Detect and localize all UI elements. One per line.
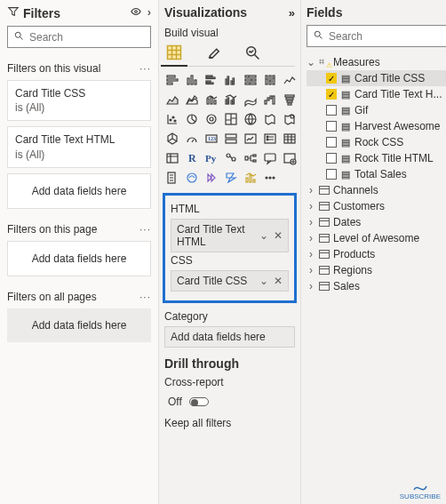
eye-icon[interactable] [130,5,142,20]
viz-area-icon[interactable] [164,92,180,108]
more-icon[interactable]: ··· [139,62,151,75]
well-css[interactable]: Card Title CSS ⌄✕ [171,270,289,292]
add-fields-page[interactable]: Add data fields here [7,241,151,276]
viz-arcgis-icon[interactable] [184,170,200,186]
tree-measure-item[interactable]: ▤Gif [307,102,446,118]
viz-line-icon[interactable] [282,72,298,88]
svg-point-44 [210,117,213,121]
checkbox[interactable] [326,169,337,180]
viz-powerapps-icon[interactable] [203,170,219,186]
viz-scatter-icon[interactable] [164,111,180,127]
remove-icon[interactable]: ✕ [274,229,283,242]
checkbox[interactable] [326,137,337,148]
viz-100-stacked-bar-icon[interactable] [243,72,259,88]
tree-table-item[interactable]: ›Channels [307,182,446,198]
tree-table-item[interactable]: ›Sales [307,278,446,294]
viz-map-icon[interactable] [243,111,259,127]
fields-search-input[interactable] [329,30,446,43]
viz-stacked-area-icon[interactable] [184,92,200,108]
more-icon[interactable]: ··· [139,223,151,236]
filters-search[interactable] [7,26,151,48]
tree-measure-item[interactable]: ▤Harvest Awesome [307,118,446,134]
tree-table-item[interactable]: ›Products [307,246,446,262]
viz-filled-map-icon[interactable] [262,111,278,127]
viz-line-clustered-column-icon[interactable] [223,92,239,108]
filters-search-input[interactable] [29,31,163,44]
well-html[interactable]: Card Title Text HTML ⌄✕ [171,219,289,252]
viz-kpi-icon[interactable] [243,131,259,147]
tree-table-item[interactable]: ›Customers [307,198,446,214]
tree-measure-item[interactable]: ▤Total Sales [307,166,446,182]
viz-r-icon[interactable]: R [184,150,200,166]
viz-clustered-column-icon[interactable] [223,72,239,88]
well-html-value: Card Title Text HTML [177,223,259,248]
viz-ribbon-icon[interactable] [243,92,259,108]
chevron-down-icon[interactable]: ⌄ [259,275,268,287]
chevron-down-icon[interactable]: ⌄ [259,229,268,242]
viz-pie-icon[interactable] [184,111,200,127]
viz-azure-map-icon[interactable] [282,111,298,127]
viz-stacked-bar-icon[interactable] [164,72,180,88]
caret-right-icon: › [307,200,315,212]
tree-measure-item[interactable]: ▤Rock CSS [307,134,446,150]
tree-measure-item[interactable]: ▤Rock Title HTML [307,150,446,166]
table-label: Dates [333,216,446,228]
collapse-icon[interactable]: » [289,6,295,20]
tab-analytics[interactable] [243,43,262,62]
viz-qa-icon[interactable] [262,150,278,166]
tree-table-item[interactable]: ›Level of Awesome [307,230,446,246]
viz-key-influencers-icon[interactable] [223,150,239,166]
filter-card[interactable]: Card Title Text HTML is (All) [7,126,151,167]
table-icon [319,250,330,259]
measures-label: Measures [333,56,446,68]
viz-multi-card-icon[interactable] [223,131,239,147]
cross-report-toggle[interactable] [189,397,209,406]
filter-card[interactable]: Card Title CSS is (All) [7,80,151,121]
svg-rect-4 [167,76,175,77]
viz-table-icon[interactable] [282,131,298,147]
viz-funnel-icon[interactable] [282,92,298,108]
checkbox[interactable]: ✓ [326,73,337,84]
well-category[interactable]: Add data fields here [164,326,295,348]
tree-measure-item[interactable]: ✓▤Card Title Text H... [307,86,446,102]
viz-shape-map-icon[interactable] [164,131,180,147]
checkbox[interactable] [326,121,337,132]
fields-search[interactable] [307,25,446,47]
tab-build[interactable] [164,43,184,62]
viz-automate-icon[interactable] [223,170,239,186]
viz-stacked-column-icon[interactable] [184,72,200,88]
viz-python-icon[interactable]: Py [203,150,219,166]
viz-slicer-icon[interactable] [262,131,278,147]
tree-table-measures[interactable]: ⌄ Measures [307,54,446,70]
viz-line-stacked-column-icon[interactable] [203,92,219,108]
viz-smart-narrative-icon[interactable] [282,150,298,166]
add-fields-visual[interactable]: Add data fields here [7,173,151,209]
add-fields-all[interactable]: Add data fields here [7,308,151,342]
viz-decomposition-icon[interactable] [243,150,259,166]
filter-card-summary: is (All) [15,100,143,115]
remove-icon[interactable]: ✕ [274,275,283,287]
viz-clustered-bar-icon[interactable] [203,72,219,88]
tree-table-item[interactable]: ›Dates [307,214,446,230]
svg-rect-53 [265,134,275,143]
tree-table-item[interactable]: ›Regions [307,262,446,278]
viz-treemap-icon[interactable] [223,111,239,127]
expand-icon[interactable]: › [147,5,151,20]
viz-goals-icon[interactable] [243,170,259,186]
viz-card-icon[interactable]: 123 [203,131,219,147]
checkbox[interactable] [326,153,337,164]
viz-gauge-icon[interactable] [184,131,200,147]
viz-100-stacked-column-icon[interactable] [262,72,278,88]
checkbox[interactable]: ✓ [326,89,337,100]
viz-waterfall-icon[interactable] [262,92,278,108]
viz-paginated-icon[interactable] [164,170,180,186]
viz-more-icon[interactable] [262,170,278,186]
svg-rect-51 [226,140,236,143]
tree-measure-item[interactable]: ✓▤Card Title CSS [307,70,446,86]
tab-format[interactable] [203,43,223,62]
viz-donut-icon[interactable] [203,111,219,127]
more-icon[interactable]: ··· [139,291,151,303]
viz-matrix-icon[interactable] [164,150,180,166]
checkbox[interactable] [326,105,337,116]
filter-card-summary: is (All) [15,148,143,162]
